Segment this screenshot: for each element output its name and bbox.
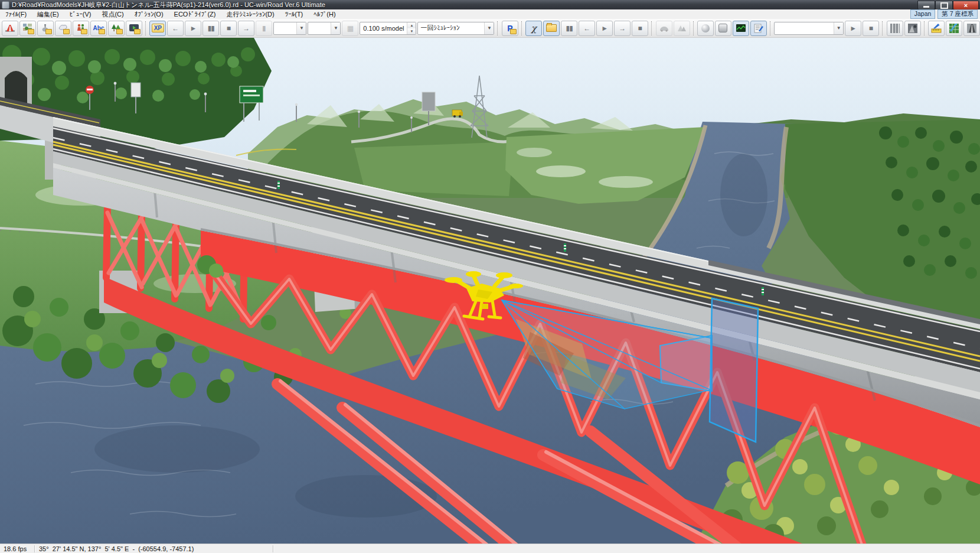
record-button[interactable]: ▮ <box>256 21 272 36</box>
chevron-down-icon: ▼ <box>296 22 306 34</box>
menu-driving-simulation[interactable]: 走行ｼﾐｭﾚｰｼｮﾝ(D) <box>221 9 279 19</box>
drive-car-button[interactable] <box>656 21 672 36</box>
script-stop-button[interactable]: ■ <box>632 21 648 36</box>
folder-chip-icon <box>99 29 105 34</box>
spinner-down-icon[interactable]: ▼ <box>407 28 416 34</box>
script-play-button[interactable]: ► <box>596 21 613 36</box>
pause-button[interactable]: ▮▮ <box>202 21 219 36</box>
menu-view[interactable]: ﾋﾞｭｰ(V) <box>64 9 97 19</box>
menu-bar: ﾌｧｲﾙ(F) 編集(E) ﾋﾞｭｰ(V) 視点(C) ｵﾌﾟｼｮﾝ(O) EC… <box>0 9 980 19</box>
back-arrow-icon: ← <box>172 25 179 32</box>
folder-chip-icon <box>45 29 52 34</box>
time-step-value: 0.100 s/model <box>360 25 407 32</box>
stop-icon: ■ <box>638 25 642 32</box>
road-camera-button[interactable] <box>904 21 921 36</box>
time-step-spinner[interactable]: 0.100 s/model ▲▼ <box>360 22 416 35</box>
play-icon: ► <box>190 25 197 32</box>
maximize-button[interactable] <box>935 1 953 10</box>
chevron-down-icon: ▼ <box>834 22 843 34</box>
script-back-button[interactable]: ← <box>579 21 595 36</box>
script-button[interactable]: χ <box>525 21 542 36</box>
back-arrow-icon: ← <box>583 25 590 32</box>
menu-ecodrive[interactable]: ECOﾄﾞﾗｲﾌﾞ(Z) <box>169 9 221 19</box>
menu-edit[interactable]: 編集(E) <box>32 9 64 19</box>
flight-stop-button[interactable]: ■ <box>863 21 879 36</box>
folder-chip-icon <box>28 29 34 34</box>
forward-arrow-icon: → <box>243 25 250 32</box>
flight-play-button[interactable]: ► <box>845 21 861 36</box>
3d-viewport[interactable] <box>0 38 980 544</box>
close-button[interactable]: × <box>953 1 979 10</box>
road-section-icon <box>966 23 977 34</box>
step-forward-button[interactable]: → <box>238 21 254 36</box>
trees-button[interactable] <box>108 21 125 36</box>
menu-help[interactable]: ﾍﾙﾌﾟ(H) <box>308 9 341 19</box>
road-texture-button[interactable] <box>887 21 903 36</box>
folder-chip-icon <box>510 29 517 34</box>
play-icon: ► <box>601 25 608 32</box>
model-placement-button[interactable] <box>37 21 54 36</box>
measure-button[interactable] <box>928 21 945 36</box>
pause-icon: ▮▮ <box>566 25 573 32</box>
folder-chip-icon <box>63 29 70 34</box>
menu-options[interactable]: ｵﾌﾟｼｮﾝ(O) <box>129 9 169 19</box>
road-section-button[interactable] <box>963 21 980 36</box>
step-back-button[interactable]: ← <box>167 21 184 36</box>
folder-chip-icon <box>116 29 123 34</box>
scenario-combo[interactable]: ▼ <box>273 22 306 35</box>
camera-position-combo[interactable]: ▼ <box>774 22 844 35</box>
video-button[interactable] <box>126 21 142 36</box>
road-texture-icon <box>890 23 900 34</box>
fps-indicator: 18.6 fps <box>0 544 34 553</box>
edit-list-button[interactable] <box>750 21 767 36</box>
people-button[interactable] <box>73 21 89 36</box>
parking-button[interactable]: P <box>502 21 518 36</box>
stop-button[interactable]: ■ <box>220 21 237 36</box>
play-icon: ► <box>850 25 857 32</box>
script-pause-button[interactable]: ▮▮ <box>561 21 577 36</box>
title-bar: D:¥Road¥RoadModels¥JH岐阜¥2-白山トンネル-五斗蒔PA(s… <box>0 0 980 9</box>
close-icon: × <box>964 2 968 9</box>
forward-arrow-icon: → <box>619 25 626 32</box>
simulation-mode-value: 一回ｼﾐｭﾚｰｼｮﾝ <box>418 24 484 32</box>
xp-scenario-button[interactable]: XP <box>149 21 166 36</box>
road-camera-icon <box>907 23 918 34</box>
coordinates-readout: 35° 27' 14.5" N, 137° 5' 4.5" E - (-6055… <box>35 544 273 553</box>
pause-icon: ▮▮ <box>208 25 214 32</box>
folder-chip-icon <box>81 29 87 34</box>
edit-list-icon <box>753 23 764 34</box>
open-script-button[interactable] <box>543 21 560 36</box>
menu-viewpoint[interactable]: 視点(C) <box>96 9 129 19</box>
play-button[interactable]: ► <box>185 21 201 36</box>
menu-tools[interactable]: ﾂｰﾙ(T) <box>280 9 309 19</box>
simulation-mode-combo[interactable]: 一回ｼﾐｭﾚｰｼｮﾝ ▼ <box>417 22 494 35</box>
sphere-tool-button[interactable] <box>697 21 714 36</box>
locale-badge: Japan <box>910 9 936 19</box>
character-button[interactable] <box>55 21 71 36</box>
spinner-up-icon[interactable]: ▲ <box>407 22 416 28</box>
capture-button[interactable]: ▦ <box>342 21 358 36</box>
terrain-blocks-button[interactable] <box>19 21 36 36</box>
case-combo[interactable]: ▼ <box>308 22 341 35</box>
script-forward-button[interactable]: → <box>614 21 631 36</box>
window-title: D:¥Road¥RoadModels¥JH岐阜¥2-白山トンネル-五斗蒔PA(s… <box>12 1 917 9</box>
rounded-square-icon <box>718 24 727 32</box>
chevron-down-icon: ▼ <box>331 22 340 34</box>
text-button[interactable]: Abc <box>90 21 107 36</box>
monitor-button[interactable] <box>733 21 749 36</box>
minimize-button[interactable] <box>917 1 935 10</box>
chevron-down-icon: ▼ <box>484 22 494 34</box>
monitor-icon <box>736 23 746 34</box>
road-view-button[interactable] <box>674 21 690 36</box>
xp-icon: XP <box>152 24 164 32</box>
record-icon: ▮ <box>262 25 266 32</box>
app-icon <box>2 1 9 9</box>
map-grid-button[interactable] <box>946 21 962 36</box>
road-editor-button[interactable] <box>2 21 18 36</box>
car-icon <box>659 23 669 34</box>
ruler-icon <box>931 23 942 34</box>
menu-file[interactable]: ﾌｧｲﾙ(F) <box>0 9 32 19</box>
square-tool-button[interactable] <box>715 21 731 36</box>
status-bar: 18.6 fps 35° 27' 14.5" N, 137° 5' 4.5" E… <box>0 544 980 553</box>
map-grid-icon <box>949 23 959 34</box>
